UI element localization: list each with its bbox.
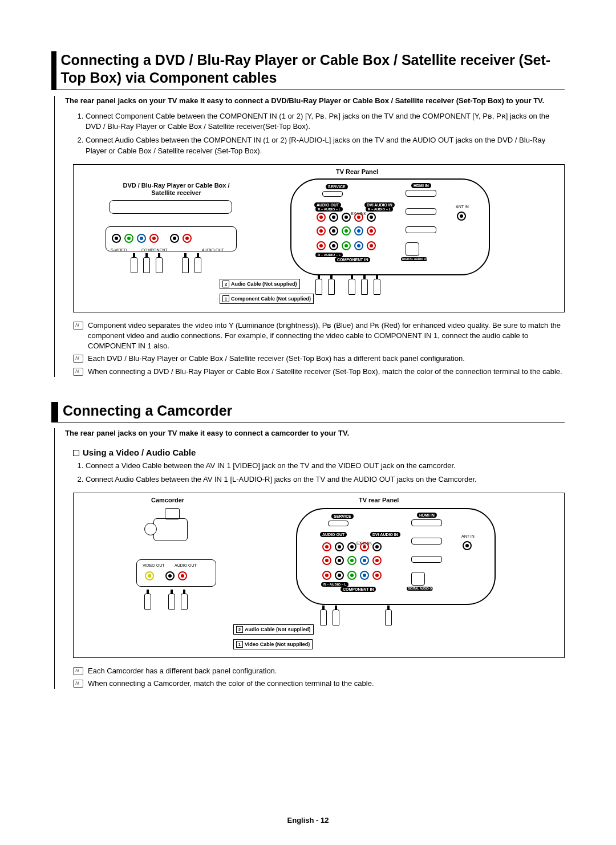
tv-rear-panel-label: TV Rear Panel xyxy=(336,168,378,176)
camcorder-label: Camcorder xyxy=(151,497,184,504)
service-port xyxy=(322,191,343,197)
digital-audio-label-2: DIGITAL AUDIO OUT (OPTICAL) xyxy=(407,587,433,591)
hdmi-port-2 xyxy=(406,208,436,215)
tv-plugs xyxy=(315,279,380,295)
device-svideo-jack xyxy=(112,234,121,243)
section1-intro: The rear panel jacks on your TV make it … xyxy=(65,96,565,106)
hdmi-port-2b xyxy=(411,538,442,545)
header-tick-1 xyxy=(51,51,56,90)
camcorder-jackpanel: VIDEO OUT AUDIO OUT xyxy=(136,559,216,587)
service-port-2 xyxy=(328,521,348,526)
audio-out-label-2: AUDIO OUT xyxy=(320,532,347,537)
section2-subhead: Using a Video / Audio Cable xyxy=(73,448,565,457)
tv-comp2-audio-r xyxy=(317,226,326,235)
section2-steps: Connect a Video Cable between the AV IN … xyxy=(86,461,565,485)
section1-step-1: Connect Component Cable between the COMP… xyxy=(86,111,565,132)
digital-audio-label: DIGITAL AUDIO OUT (OPTICAL) xyxy=(401,257,427,261)
tv-rear-panel: SERVICE HDMI IN AUDIO OUT DVI AUDIO IN E… xyxy=(290,178,490,275)
component-in-label: COMPONENT IN xyxy=(335,257,370,262)
section-body-2: The rear panel jacks on your TV make it … xyxy=(54,428,565,689)
device-audio-l-jack xyxy=(170,234,179,243)
tv-comp1-y xyxy=(342,241,351,250)
section-title-2: Connecting a Camcorder xyxy=(63,402,232,422)
device-audio-r-jack xyxy=(183,234,192,243)
videoout-cap: VIDEO OUT xyxy=(143,563,165,567)
audio-lr-label-1: R – AUDIO – L xyxy=(315,207,343,212)
tv-avin-audio-r xyxy=(322,571,331,580)
section-header-2: Connecting a Camcorder xyxy=(51,402,565,422)
service-port-label-2: SERVICE xyxy=(331,514,354,519)
device-component-pr-jack xyxy=(149,234,159,243)
svideo-caption: S-VIDEO xyxy=(111,248,127,252)
device-component-y-jack xyxy=(124,234,133,243)
tv-comp2-pr xyxy=(367,226,376,235)
tv-rear-panel-2: SERVICE HDMI IN AUDIO OUT DVI AUDIO IN E… xyxy=(296,508,496,605)
camcorder-body xyxy=(148,507,193,547)
section1-steps: Connect Component Cable between the COMP… xyxy=(86,111,565,156)
hdmi-port-3 xyxy=(406,226,436,233)
tv-comp1-audio-r xyxy=(317,241,326,250)
diagram-camcorder-connection: Camcorder TV rear Panel VIDEO OUT AUDIO … xyxy=(73,493,565,658)
section-header-1: Connecting a DVD / Blu-Ray Player or Cab… xyxy=(51,51,565,90)
dvd-player-body xyxy=(109,200,232,214)
audio-lr-label-2: R – AUDIO – L xyxy=(366,207,393,212)
component-caption: COMPONENT xyxy=(141,248,168,252)
tv-audioout-r xyxy=(317,213,326,222)
header-tick-2 xyxy=(51,402,58,422)
section2-notes: Each Camcorder has a different back pane… xyxy=(73,666,565,689)
hdmi-port-1 xyxy=(406,190,436,197)
diagram-component-connection: TV Rear Panel DVD / Blu-Ray Player or Ca… xyxy=(73,164,565,312)
device-component-pb-jack xyxy=(137,234,146,243)
section1-step-2: Connect Audio Cables between the COMPONE… xyxy=(86,135,565,156)
tv-plugs-2 xyxy=(320,610,392,625)
section-body-1: The rear panel jacks on your TV make it … xyxy=(54,96,565,377)
page-footer: English - 12 xyxy=(0,816,616,824)
device-label: DVD / Blu-Ray Player or Cable Box / Sate… xyxy=(114,182,239,197)
tv-comp1-audio-l xyxy=(329,241,338,250)
service-port-label: SERVICE xyxy=(326,184,348,189)
audio-cable-tag: 2Audio Cable (Not supplied) xyxy=(220,279,300,289)
tv-comp1-pr xyxy=(367,241,376,250)
dvd-player-backpanel: S-VIDEO COMPONENT AUDIO OUT xyxy=(106,226,237,251)
audioout-cap2: AUDIO OUT xyxy=(175,563,197,567)
section2-intro: The rear panel jacks on your TV make it … xyxy=(65,428,565,438)
tv-audioout-l xyxy=(329,213,338,222)
section1-notes: Component video separates the video into… xyxy=(73,320,565,377)
section1-note-1: Component video separates the video into… xyxy=(73,320,565,352)
section2-note-1: Each Camcorder has a different back pane… xyxy=(73,666,565,676)
tv-rear-panel-label-2: TV rear Panel xyxy=(359,497,399,504)
hdmi-port-3b xyxy=(411,556,442,563)
audio-cable-tag-2: 2Audio Cable (Not supplied) xyxy=(233,624,314,635)
digital-audio-port-2 xyxy=(411,572,425,586)
section2-note-2: When connecting a Camcorder, match the c… xyxy=(73,679,565,689)
cam-audio-r-jack xyxy=(178,571,187,580)
camcorder-plugs xyxy=(144,594,188,610)
cam-audio-l-jack xyxy=(165,571,175,580)
tv-dviaudio-l xyxy=(367,213,376,222)
tv-exlink xyxy=(342,213,351,222)
device-plugs xyxy=(131,257,201,273)
hdmi-in-label-2: HDMI IN xyxy=(417,513,437,518)
section2-step-1: Connect a Video Cable between the AV IN … xyxy=(86,461,565,471)
component-in-label-2: COMPONENT IN xyxy=(341,587,376,592)
tv-avin-audio-l xyxy=(335,571,344,580)
section-title-1: Connecting a DVD / Blu-Ray Player or Cab… xyxy=(61,51,565,90)
ant-in-label-2: ANT IN xyxy=(461,534,475,538)
dvi-audio-in-label-2: DVI AUDIO IN xyxy=(370,532,400,537)
section2-step-2: Connect Audio Cables between the AV IN 1… xyxy=(86,474,565,485)
avin-audio-label-2: R – AUDIO – L xyxy=(321,582,348,587)
tv-comp2-audio-l xyxy=(329,226,338,235)
ant-in-jack-2 xyxy=(463,541,472,550)
ant-in-jack xyxy=(457,212,466,221)
audioout-caption: AUDIO OUT xyxy=(202,248,224,252)
avin-audio-label: R – AUDIO – L xyxy=(315,253,343,257)
tv-comp1-pb xyxy=(354,241,363,250)
tv-comp2-pb xyxy=(354,226,363,235)
hdmi-in-label: HDMI IN xyxy=(411,183,431,188)
ant-in-label: ANT IN xyxy=(456,205,469,209)
component-cable-tag: 1Component Cable (Not supplied) xyxy=(220,294,314,304)
section1-note-3: When connecting a DVD / Blu-Ray Player o… xyxy=(73,367,565,377)
digital-audio-port xyxy=(406,242,419,256)
tv-comp2-y xyxy=(342,226,351,235)
video-cable-tag: 1Video Cable (Not supplied) xyxy=(233,639,313,649)
